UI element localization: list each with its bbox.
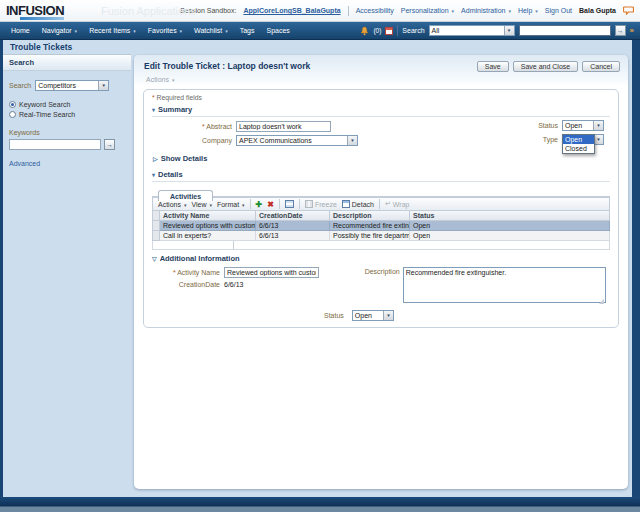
caret-down-icon: ▾: [184, 202, 187, 208]
scrollbar-divider: [233, 241, 234, 249]
personalization-menu[interactable]: Personalization ▾: [401, 7, 454, 14]
table-row[interactable]: Call in experts? 6/6/13 Possibly the fir…: [153, 231, 610, 241]
calendar-icon[interactable]: [385, 27, 393, 35]
global-search-input[interactable]: [519, 25, 611, 36]
sidebar-search-field-label: Search: [9, 82, 31, 89]
resize-grip-icon[interactable]: [599, 299, 604, 304]
column-header-description[interactable]: Description: [330, 211, 410, 221]
delete-row-icon[interactable]: ✖: [267, 200, 274, 209]
keywords-label: Keywords: [9, 129, 125, 136]
additional-info-header[interactable]: ▽ Additional Information: [152, 252, 610, 265]
expanded-icon: ▽: [152, 255, 157, 262]
activity-status-select[interactable]: Open ▼: [352, 310, 394, 321]
footer-bar: [0, 497, 640, 506]
company-label: Company: [152, 137, 232, 144]
search-sidebar: Search Search Competitors ▼ Keyword Sear…: [3, 54, 131, 497]
tab-activities[interactable]: Activities: [158, 190, 213, 201]
search-scope-select[interactable]: All ▼: [429, 25, 515, 36]
nav-item-spaces[interactable]: Spaces: [262, 25, 295, 36]
realtime-search-radio[interactable]: Real-Time Search: [9, 111, 125, 118]
tab-underline: [152, 196, 610, 197]
nav-item-home[interactable]: Home: [6, 25, 35, 36]
feedback-bubble-icon[interactable]: [623, 6, 634, 15]
abstract-input[interactable]: [236, 121, 331, 132]
ticket-form-region: * Required fields ▾ Summary * Abstract C…: [143, 89, 619, 328]
export-to-excel-icon[interactable]: [285, 200, 294, 208]
accessibility-link[interactable]: Accessibility: [356, 7, 394, 14]
divider: [250, 199, 251, 209]
type-option-closed[interactable]: Closed: [563, 144, 594, 153]
help-menu[interactable]: Help ▾: [518, 7, 538, 14]
detach-button[interactable]: Detach: [342, 200, 374, 208]
actions-menu[interactable]: Actions ▾: [144, 72, 620, 85]
status-select[interactable]: Open ▼: [562, 120, 604, 131]
freeze-button[interactable]: Freeze: [305, 200, 337, 208]
nav-item-tags[interactable]: Tags: [235, 25, 260, 36]
ghost-watermark-text: Fusion Applications: [101, 5, 196, 17]
show-details-toggle[interactable]: ▷ Show Details: [152, 151, 610, 166]
keywords-input[interactable]: [9, 139, 101, 150]
sign-out-link[interactable]: Sign Out: [545, 7, 572, 14]
edit-trouble-ticket-panel: Edit Trouble Ticket : Laptop doesn't wor…: [134, 55, 628, 489]
toolbar-actions-menu[interactable]: Actions ▾: [158, 201, 186, 208]
advanced-search-icon[interactable]: »: [630, 27, 634, 35]
content-frame: Trouble Tickets Search Search Competitor…: [0, 40, 640, 497]
caret-down-icon: ▾: [180, 28, 183, 34]
logo-accent-bar: [20, 17, 64, 20]
column-header-status[interactable]: Status: [410, 211, 610, 221]
administration-menu[interactable]: Administration ▾: [461, 7, 511, 14]
nav-item-watchlist[interactable]: Watchlist ▾: [189, 25, 233, 36]
type-label: Type: [524, 136, 558, 143]
nav-menu-items: Home Navigator ▾ Recent Items ▾ Favorite…: [6, 25, 295, 36]
activities-table: Activity Name CreationDate Description S…: [152, 211, 610, 241]
caret-down-icon: ▾: [225, 28, 228, 34]
toolbar-view-menu[interactable]: View ▾: [191, 201, 212, 208]
main-navigation-bar: Home Navigator ▾ Recent Items ▾ Favorite…: [0, 22, 640, 40]
company-select[interactable]: APEX Communications ▼: [236, 135, 358, 146]
caret-down-icon: ▾: [172, 77, 175, 83]
save-and-close-button[interactable]: Save and Close: [513, 61, 578, 72]
session-sandbox-link[interactable]: ApplCoreLongSB_BalaGupta: [243, 7, 340, 14]
row-selector[interactable]: [153, 221, 160, 231]
nav-item-recent-items[interactable]: Recent Items ▾: [84, 25, 141, 36]
saved-search-select[interactable]: Competitors ▼: [35, 80, 109, 91]
column-header-activity-name[interactable]: Activity Name: [160, 211, 256, 221]
table-row-selected[interactable]: Reviewed options with customer 6/6/13 Re…: [153, 221, 610, 231]
collapse-icon: ▾: [152, 171, 155, 178]
keyword-search-radio[interactable]: Keyword Search: [9, 101, 125, 108]
divider: [397, 25, 398, 36]
row-selector-header: [153, 211, 160, 221]
summary-section-header[interactable]: ▾ Summary: [152, 103, 610, 117]
type-option-open[interactable]: Open: [563, 135, 594, 144]
notifications-bell-icon[interactable]: [360, 22, 369, 40]
edit-ticket-title: Edit Trouble Ticket : Laptop doesn't wor…: [144, 61, 310, 71]
dropdown-arrow-icon: ▼: [593, 121, 603, 130]
activity-name-input[interactable]: [224, 267, 319, 278]
abstract-label: * Abstract: [152, 123, 232, 130]
advanced-search-link[interactable]: Advanced: [9, 160, 40, 167]
brand-area: INFUSION Fusion Applications: [6, 4, 64, 18]
creation-date-value: 6/6/13: [224, 281, 243, 288]
table-scrollbar[interactable]: [152, 241, 610, 250]
nav-item-navigator[interactable]: Navigator ▾: [37, 25, 82, 36]
divider: [379, 199, 380, 209]
nav-item-favorites[interactable]: Favorites ▾: [143, 25, 187, 36]
creation-date-label: CreationDate: [152, 281, 220, 288]
activities-toolbar: Actions ▾ View ▾ Format ▾ ✚ ✖ Freeze Det…: [152, 197, 610, 211]
description-label: Description: [365, 268, 400, 307]
wrap-button[interactable]: ↵Wrap: [385, 200, 409, 208]
details-section-header[interactable]: ▾ Details: [152, 168, 610, 182]
cancel-button[interactable]: Cancel: [582, 61, 620, 72]
save-button[interactable]: Save: [477, 61, 509, 72]
toolbar-format-menu[interactable]: Format ▾: [217, 201, 245, 208]
search-go-button[interactable]: →: [615, 25, 626, 36]
caret-down-icon: ▾: [75, 28, 78, 34]
column-header-creation-date[interactable]: CreationDate: [256, 211, 330, 221]
add-row-icon[interactable]: ✚: [256, 200, 263, 209]
notifications-count: (0): [373, 27, 381, 34]
description-textarea[interactable]: Recommended fire extinguisher.: [403, 267, 606, 303]
row-selector[interactable]: [153, 231, 160, 241]
caret-down-icon: ▾: [133, 28, 136, 34]
divider: [348, 6, 349, 16]
keywords-go-button[interactable]: →: [104, 139, 115, 150]
